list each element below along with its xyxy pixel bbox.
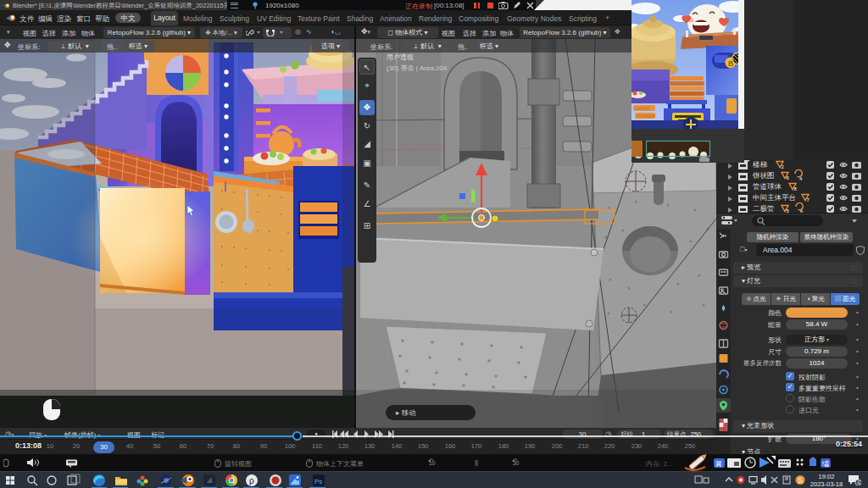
svg-text:7: 7 xyxy=(807,197,810,202)
svg-text:翼: 翼 xyxy=(715,460,722,468)
svg-text:2: 2 xyxy=(782,164,785,169)
svg-text:4: 4 xyxy=(857,480,860,485)
svg-text:ρ: ρ xyxy=(249,476,254,485)
svg-text:4: 4 xyxy=(799,176,803,181)
svg-text:S: S xyxy=(798,476,803,485)
svg-text:8: 8 xyxy=(794,186,798,191)
svg-text:匘: 匘 xyxy=(822,460,829,468)
svg-text:6: 6 xyxy=(787,175,790,180)
svg-text:Ps: Ps xyxy=(314,478,322,485)
